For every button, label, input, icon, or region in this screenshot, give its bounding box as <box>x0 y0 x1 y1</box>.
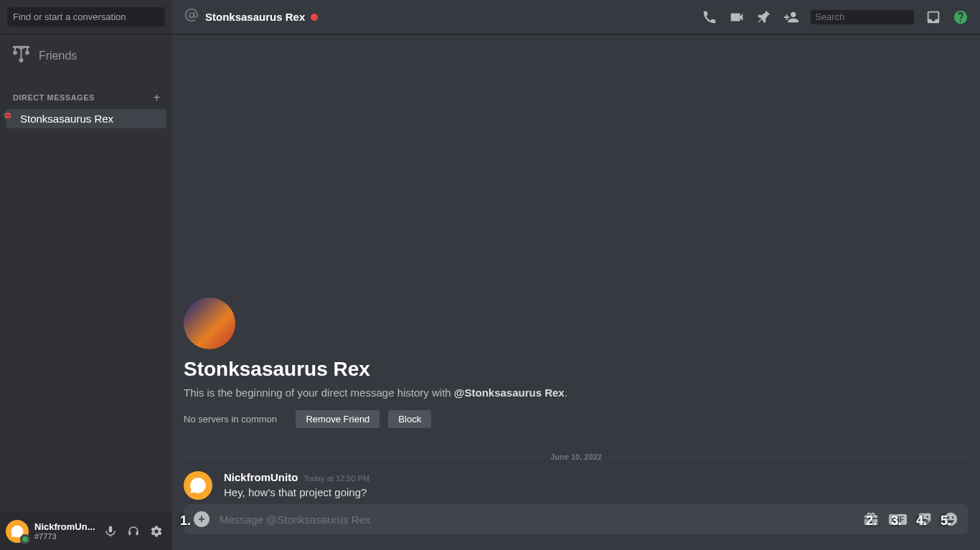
friends-button[interactable]: Friends <box>6 40 166 72</box>
emoji-icon[interactable] <box>943 511 958 527</box>
help-icon[interactable] <box>953 9 969 25</box>
mention-user[interactable]: @Stonksasaurus Rex <box>454 387 565 399</box>
welcome-title: Stonksasaurus Rex <box>184 358 969 381</box>
dm-section-header: Direct Messages + <box>6 77 166 108</box>
inbox-icon[interactable] <box>925 9 941 25</box>
user-name: NickfromUn... <box>34 521 100 532</box>
attach-icon[interactable]: + <box>194 511 209 527</box>
sidebar-search-header: Find or start a conversation <box>0 0 172 34</box>
mute-icon[interactable] <box>100 521 121 541</box>
welcome-actions: No servers in common ● Remove Friend Blo… <box>184 410 969 428</box>
sidebar-scroller[interactable]: Friends Direct Messages + Stonksasaurus … <box>0 34 172 512</box>
no-servers-label: No servers in common <box>184 414 277 425</box>
dot-separator: ● <box>286 417 287 421</box>
dm-item-label: Stonksasaurus Rex <box>20 113 113 125</box>
user-panel-icons <box>100 521 166 541</box>
find-conversation-button[interactable]: Find or start a conversation <box>7 7 165 27</box>
message-input[interactable] <box>220 513 863 526</box>
settings-icon[interactable] <box>146 521 166 541</box>
search-input[interactable] <box>815 11 936 22</box>
dm-sidebar: Find or start a conversation Friends Dir… <box>0 0 172 550</box>
message-text: Hey, how's that project going? <box>224 485 969 500</box>
composer[interactable]: + GIF <box>184 504 969 534</box>
status-online-icon <box>20 534 30 544</box>
status-dnd-icon <box>3 110 13 120</box>
user-info[interactable]: NickfromUn... #7773 <box>34 521 100 541</box>
user-panel: NickfromUn... #7773 <box>0 512 172 550</box>
date-divider-label: June 10, 2022 <box>546 452 606 461</box>
voice-call-icon[interactable] <box>702 9 717 25</box>
at-icon <box>184 7 199 27</box>
friends-icon <box>13 46 39 66</box>
status-dnd-icon <box>311 14 318 21</box>
search-box[interactable] <box>811 10 914 24</box>
deafen-icon[interactable] <box>123 521 143 541</box>
message-header: NickfromUnito Today at 12:50 PM <box>224 471 969 483</box>
user-avatar-wrap[interactable] <box>6 520 29 543</box>
message-row[interactable]: NickfromUnito Today at 12:50 PM Hey, how… <box>172 464 980 504</box>
welcome-avatar <box>184 298 235 349</box>
date-divider: June 10, 2022 <box>184 452 969 461</box>
page-title[interactable]: Stonksasaurus Rex <box>205 11 305 23</box>
user-tag: #7773 <box>34 532 100 541</box>
block-button[interactable]: Block <box>388 410 431 428</box>
avatar[interactable] <box>184 471 212 500</box>
gift-icon[interactable] <box>863 511 879 527</box>
main-area: Stonksasaurus Rex <box>172 0 980 550</box>
video-call-icon[interactable] <box>729 9 745 25</box>
message-author[interactable]: NickfromUnito <box>224 471 298 483</box>
create-dm-icon[interactable]: + <box>154 90 161 105</box>
message-timestamp: Today at 12:50 PM <box>303 474 369 483</box>
titlebar-icons <box>702 9 969 25</box>
pinned-messages-icon[interactable] <box>756 9 772 25</box>
messages-scroller[interactable]: Stonksasaurus Rex This is the beginning … <box>172 34 980 504</box>
message-content: NickfromUnito Today at 12:50 PM Hey, how… <box>224 471 969 500</box>
welcome-desc-suffix: . <box>565 387 567 399</box>
welcome-block: Stonksasaurus Rex This is the beginning … <box>172 286 980 440</box>
dm-item-stonksasaurus[interactable]: Stonksasaurus Rex <box>6 109 166 128</box>
add-friend-icon[interactable] <box>783 9 799 25</box>
composer-icons: GIF <box>863 511 958 527</box>
welcome-desc-prefix: This is the beginning of your direct mes… <box>184 387 454 399</box>
sticker-icon[interactable] <box>917 511 933 527</box>
composer-wrap: + GIF 1. 2. 3. 4. 5. <box>172 504 980 550</box>
welcome-description: This is the beginning of your direct mes… <box>184 387 969 399</box>
remove-friend-button[interactable]: Remove Friend <box>296 410 380 428</box>
gif-icon[interactable]: GIF <box>889 514 907 525</box>
titlebar: Stonksasaurus Rex <box>172 0 980 34</box>
friends-label: Friends <box>39 49 77 62</box>
dm-header-label: Direct Messages <box>13 93 95 102</box>
